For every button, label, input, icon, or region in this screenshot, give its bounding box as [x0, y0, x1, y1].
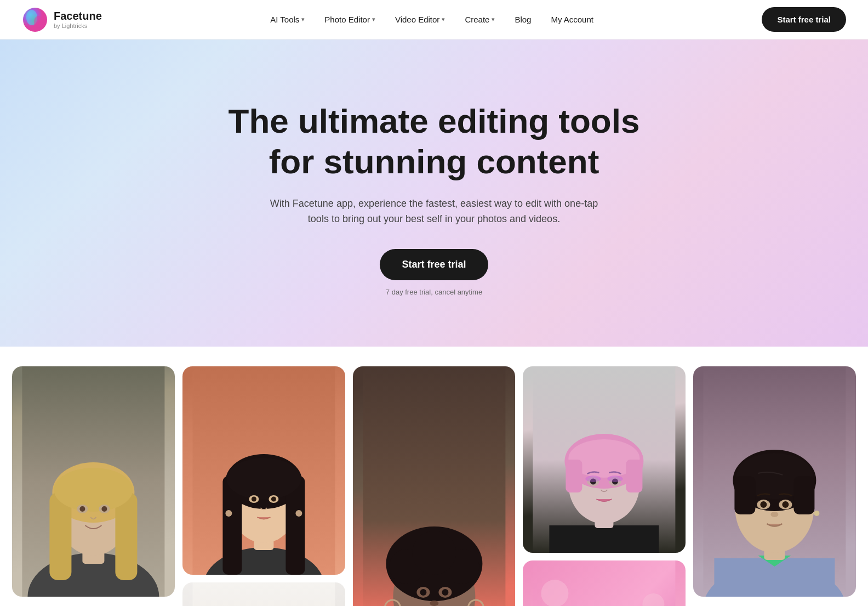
- chevron-down-icon: ▾: [492, 16, 495, 23]
- nav-label-create: Create: [465, 15, 489, 24]
- svg-point-10: [54, 468, 133, 512]
- nav-item-blog[interactable]: Blog: [507, 10, 539, 29]
- hero-cta-button[interactable]: Start free trial: [380, 249, 488, 280]
- photo-glasses-person: [523, 560, 686, 606]
- hero-section: The ultimate editing tools for stunning …: [0, 39, 868, 347]
- svg-rect-29: [192, 582, 335, 606]
- svg-point-14: [101, 506, 107, 512]
- svg-point-57: [430, 601, 438, 606]
- svg-rect-104: [794, 476, 815, 514]
- svg-point-28: [295, 510, 302, 517]
- svg-point-52: [412, 531, 456, 575]
- navbar: Facetune by Lightricks AI Tools ▾ Photo …: [0, 0, 868, 39]
- svg-point-25: [252, 497, 256, 502]
- svg-point-110: [814, 511, 820, 516]
- svg-point-107: [761, 501, 767, 508]
- nav-item-ai-tools[interactable]: AI Tools ▾: [262, 10, 312, 29]
- nav-label-photo-editor: Photo Editor: [324, 15, 370, 24]
- svg-point-73: [586, 475, 601, 482]
- svg-point-108: [783, 501, 789, 508]
- svg-point-74: [608, 475, 623, 482]
- svg-rect-103: [735, 476, 756, 514]
- hero-subtitle: With Facetune app, experience the fastes…: [259, 196, 609, 228]
- nav-label-my-account: My Account: [551, 15, 593, 24]
- svg-point-27: [225, 510, 232, 517]
- nav-item-create[interactable]: Create ▾: [457, 10, 502, 29]
- photo-asian-woman: [182, 366, 345, 575]
- photo-asian-man: [693, 366, 856, 597]
- svg-point-13: [79, 506, 85, 512]
- hero-title: The ultimate editing tools for stunning …: [229, 101, 640, 183]
- nav-item-my-account[interactable]: My Account: [543, 10, 601, 29]
- brand-name: Facetune: [54, 9, 102, 22]
- photo-blonde-woman: [12, 366, 175, 597]
- svg-point-109: [771, 512, 779, 517]
- svg-point-55: [420, 589, 426, 596]
- svg-rect-67: [566, 460, 583, 492]
- brand-sub: by Lightricks: [54, 22, 102, 30]
- svg-point-56: [442, 589, 448, 596]
- svg-point-22: [226, 458, 301, 500]
- nav-menu: AI Tools ▾ Photo Editor ▾ Video Editor ▾…: [262, 10, 601, 29]
- chevron-down-icon: ▾: [372, 16, 375, 23]
- nav-item-video-editor[interactable]: Video Editor ▾: [387, 10, 453, 29]
- photo-col-4: [523, 366, 686, 606]
- photo-curly-hair-woman: [182, 582, 345, 606]
- svg-point-26: [271, 497, 276, 502]
- svg-point-76: [541, 580, 569, 606]
- photo-col-3: [353, 366, 516, 606]
- nav-label-blog: Blog: [515, 15, 531, 24]
- nav-label-video-editor: Video Editor: [395, 15, 439, 24]
- svg-point-2: [34, 16, 43, 28]
- photo-pink-hair: [523, 366, 686, 553]
- facetune-logo-icon: [22, 7, 48, 33]
- photo-col-5: [693, 366, 856, 597]
- photo-col-1: [12, 366, 175, 597]
- svg-rect-68: [626, 460, 643, 492]
- nav-label-ai-tools: AI Tools: [270, 15, 299, 24]
- chevron-down-icon: ▾: [301, 16, 305, 23]
- hero-trial-note: 7 day free trial, cancel anytime: [386, 288, 482, 296]
- nav-item-photo-editor[interactable]: Photo Editor ▾: [317, 10, 383, 29]
- photo-grid: [0, 347, 868, 606]
- logo-link[interactable]: Facetune by Lightricks: [22, 7, 102, 33]
- chevron-down-icon: ▾: [442, 16, 445, 23]
- svg-rect-62: [550, 525, 659, 553]
- photo-col-2: [182, 366, 345, 606]
- photo-pink-shirt-woman: [353, 366, 516, 606]
- navbar-cta-button[interactable]: Start free trial: [762, 7, 846, 32]
